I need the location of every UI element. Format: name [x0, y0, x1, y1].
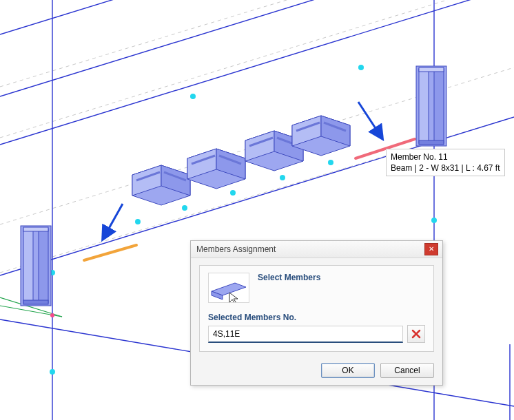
svg-point-32 — [280, 175, 285, 180]
clear-icon — [411, 329, 421, 339]
select-members-label: Select Members — [258, 273, 425, 282]
svg-point-35 — [431, 218, 437, 223]
cancel-button[interactable]: Cancel — [380, 363, 434, 378]
svg-point-27 — [50, 369, 55, 375]
tooltip-line2: Beam | 2 - W 8x31 | L : 4.67 ft — [391, 162, 500, 174]
select-members-group: Select Members Selected Members No. — [199, 265, 434, 352]
svg-point-31 — [230, 190, 236, 196]
selected-members-input[interactable] — [208, 326, 403, 343]
member-tooltip: Member No. 11 Beam | 2 - W 8x31 | L : 4.… — [386, 149, 505, 176]
member-preview-icon — [208, 273, 249, 303]
dialog-title: Members Assignment — [196, 244, 424, 254]
svg-point-34 — [358, 65, 364, 70]
close-button[interactable]: ✕ — [424, 243, 438, 255]
close-icon: ✕ — [429, 245, 434, 253]
ok-button[interactable]: OK — [321, 363, 375, 378]
svg-point-33 — [328, 160, 333, 165]
svg-point-30 — [190, 94, 196, 99]
selected-members-header: Selected Members No. — [208, 313, 425, 322]
svg-line-43 — [103, 204, 123, 238]
dialog-titlebar[interactable]: Members Assignment ✕ — [191, 241, 442, 258]
svg-point-37 — [50, 313, 54, 317]
svg-line-44 — [358, 102, 382, 138]
clear-selection-button[interactable] — [407, 325, 425, 343]
members-assignment-dialog: Members Assignment ✕ Select Members — [190, 240, 443, 386]
svg-point-28 — [135, 219, 141, 224]
svg-point-29 — [182, 205, 187, 211]
tooltip-line1: Member No. 11 — [391, 151, 500, 162]
